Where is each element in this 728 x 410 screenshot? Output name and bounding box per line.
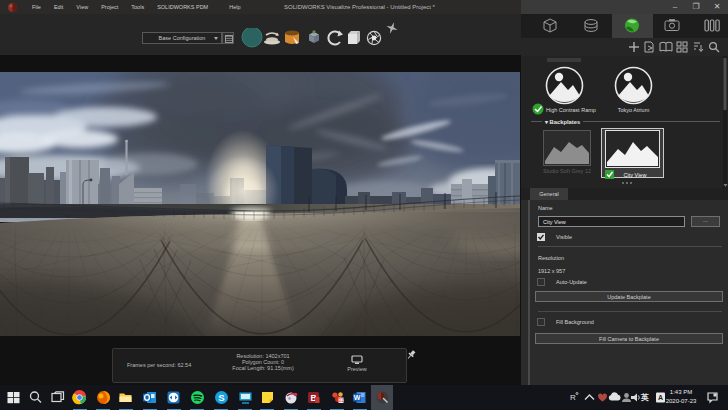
- svg-text:▾ Backplates: ▾ Backplates: [544, 119, 580, 125]
- svg-text:Studio Soft Grey 12: Studio Soft Grey 12: [543, 168, 591, 174]
- svg-text:Tokyo Atrium: Tokyo Atrium: [618, 107, 650, 113]
- svg-text:W: W: [354, 394, 361, 401]
- svg-text:31: 31: [338, 398, 344, 403]
- svg-text:High Contrast Ramp: High Contrast Ramp: [546, 107, 596, 113]
- svg-text:City View: City View: [624, 172, 647, 178]
- svg-text:S: S: [218, 392, 224, 403]
- svg-text:R: R: [570, 393, 576, 402]
